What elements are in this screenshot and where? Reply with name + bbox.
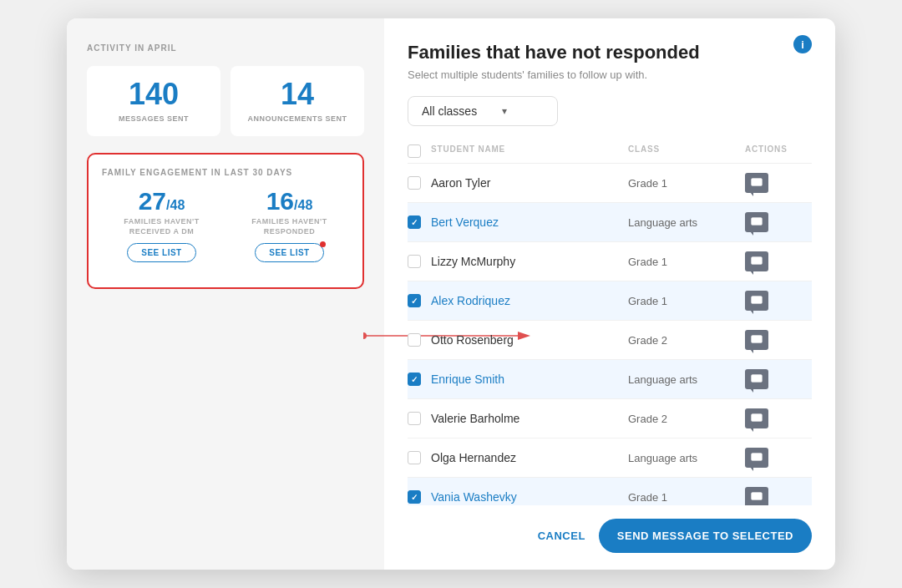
svg-rect-6 — [752, 218, 763, 226]
checkbox-2[interactable] — [408, 255, 421, 268]
table-body: Aaron TylerGrade 1Bert VerquezLanguage a… — [408, 164, 812, 505]
student-actions — [745, 173, 812, 193]
row-checkbox[interactable] — [408, 373, 431, 386]
message-icon[interactable] — [745, 212, 768, 232]
stats-row: 140 MESSAGES SENT 14 ANNOUNCEMENTS SENT — [87, 66, 364, 136]
row-checkbox[interactable] — [408, 412, 431, 425]
student-actions — [745, 408, 812, 428]
message-icon[interactable] — [745, 251, 768, 271]
message-icon[interactable] — [745, 487, 768, 505]
modal: ACTIVITY IN APRIL 140 MESSAGES SENT 14 A… — [67, 18, 835, 570]
header-student-name: STUDENT NAME — [431, 144, 628, 158]
panel-subtitle: Select multiple students' families to fo… — [408, 68, 812, 81]
checkbox-3[interactable] — [408, 294, 421, 307]
engagement-stats-row: 27/48 FAMILIES HAVEN'TRECEIVED A DM SEE … — [102, 189, 349, 262]
filter-row: All classes ▾ — [408, 96, 812, 126]
svg-rect-18 — [752, 375, 763, 383]
student-actions — [745, 330, 812, 350]
table-row: Olga HernandezLanguage arts — [408, 438, 812, 478]
student-class: Language arts — [628, 216, 745, 229]
checkbox-0[interactable] — [408, 176, 421, 190]
info-icon[interactable]: i — [793, 35, 812, 53]
cancel-button[interactable]: CANCEL — [538, 530, 585, 542]
chevron-down-icon: ▾ — [502, 105, 507, 117]
messages-sent-label: MESSAGES SENT — [97, 114, 210, 123]
student-actions — [745, 487, 812, 505]
student-class: Language arts — [628, 452, 745, 464]
see-list-2-button[interactable]: SEE LIST — [255, 243, 323, 262]
student-actions — [745, 369, 812, 389]
footer: CANCEL SEND MESSAGE TO SELECTED — [408, 505, 812, 570]
student-class: Grade 1 — [628, 256, 745, 268]
student-class: Grade 1 — [628, 491, 745, 504]
row-checkbox[interactable] — [408, 451, 431, 464]
table-row: Alex RodriquezGrade 1 — [408, 281, 812, 321]
engagement-title: FAMILY ENGAGEMENT IN LAST 30 DAYS — [102, 168, 349, 177]
select-all-checkbox[interactable] — [408, 144, 421, 158]
student-name: Bert Verquez — [431, 215, 628, 229]
student-actions — [745, 291, 812, 311]
row-checkbox[interactable] — [408, 255, 431, 268]
student-actions — [745, 251, 812, 271]
send-message-button[interactable]: SEND MESSAGE TO SELECTED — [599, 519, 812, 553]
students-table: STUDENT NAME CLASS ACTIONS Aaron TylerGr… — [408, 139, 812, 505]
table-row: Valerie BarholmeGrade 2 — [408, 399, 812, 438]
svg-rect-24 — [752, 454, 763, 461]
student-class: Grade 2 — [628, 413, 745, 425]
student-class: Grade 2 — [628, 334, 745, 347]
row-checkbox[interactable] — [408, 176, 431, 190]
student-name: Enrique Smith — [431, 373, 628, 386]
header-checkbox — [408, 144, 431, 158]
activity-title: ACTIVITY IN APRIL — [87, 43, 364, 53]
student-name: Vania Washevky — [431, 490, 628, 504]
message-icon[interactable] — [745, 408, 768, 428]
checkbox-1[interactable] — [408, 215, 421, 229]
checkbox-4[interactable] — [408, 333, 421, 347]
student-class: Language arts — [628, 373, 745, 386]
checkbox-5[interactable] — [408, 373, 421, 386]
message-icon[interactable] — [745, 330, 768, 350]
families-no-response-label: FAMILIES HAVEN'TRESPONDED — [230, 217, 349, 236]
message-icon[interactable] — [745, 369, 768, 389]
panel-title: Families that have not responded — [408, 42, 812, 63]
table-row: Otto RosenbergGrade 2 — [408, 321, 812, 360]
svg-rect-21 — [752, 414, 763, 422]
table-row: Vania WashevkyGrade 1 — [408, 478, 812, 505]
families-no-response-number: 16/48 — [230, 189, 349, 214]
announcements-count: 14 — [241, 79, 354, 109]
svg-rect-12 — [752, 297, 763, 304]
messages-sent-count: 140 — [97, 79, 210, 109]
messages-sent-card: 140 MESSAGES SENT — [87, 66, 220, 136]
see-list-1-button[interactable]: SEE LIST — [127, 243, 195, 262]
student-name: Lizzy McMurphy — [431, 255, 628, 268]
svg-rect-3 — [752, 179, 763, 186]
table-row: Aaron TylerGrade 1 — [408, 164, 812, 203]
header-actions: ACTIONS — [745, 144, 812, 158]
checkbox-8[interactable] — [408, 490, 421, 504]
row-checkbox[interactable] — [408, 333, 431, 347]
checkbox-6[interactable] — [408, 412, 421, 425]
families-no-dm-number: 27/48 — [102, 189, 221, 214]
student-name: Valerie Barholme — [431, 412, 628, 425]
message-icon[interactable] — [745, 291, 768, 311]
svg-rect-27 — [752, 493, 763, 500]
table-row: Enrique SmithLanguage arts — [408, 360, 812, 399]
class-filter-select[interactable]: All classes ▾ — [408, 96, 558, 126]
row-checkbox[interactable] — [408, 490, 431, 504]
message-icon[interactable] — [745, 173, 768, 193]
student-actions — [745, 448, 812, 468]
table-row: Lizzy McMurphyGrade 1 — [408, 242, 812, 281]
student-class: Grade 1 — [628, 295, 745, 307]
checkbox-7[interactable] — [408, 451, 421, 464]
message-icon[interactable] — [745, 448, 768, 468]
announcements-label: ANNOUNCEMENTS SENT — [241, 114, 354, 123]
svg-rect-9 — [752, 257, 763, 265]
student-actions — [745, 212, 812, 232]
svg-point-2 — [363, 332, 367, 339]
table-row: Bert VerquezLanguage arts — [408, 203, 812, 242]
left-panel: ACTIVITY IN APRIL 140 MESSAGES SENT 14 A… — [67, 18, 384, 570]
row-checkbox[interactable] — [408, 294, 431, 307]
families-no-dm-label: FAMILIES HAVEN'TRECEIVED A DM — [102, 217, 221, 236]
page-container: ACTIVITY IN APRIL 140 MESSAGES SENT 14 A… — [0, 0, 902, 588]
row-checkbox[interactable] — [408, 215, 431, 229]
